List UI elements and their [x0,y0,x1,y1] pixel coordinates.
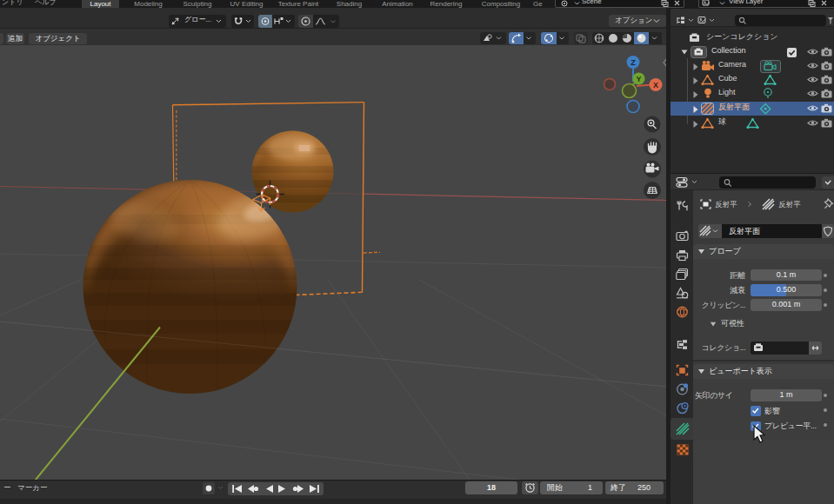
svg-text:Y: Y [636,75,641,83]
svg-text:X: X [653,81,658,90]
svg-text:Z: Z [631,58,636,67]
